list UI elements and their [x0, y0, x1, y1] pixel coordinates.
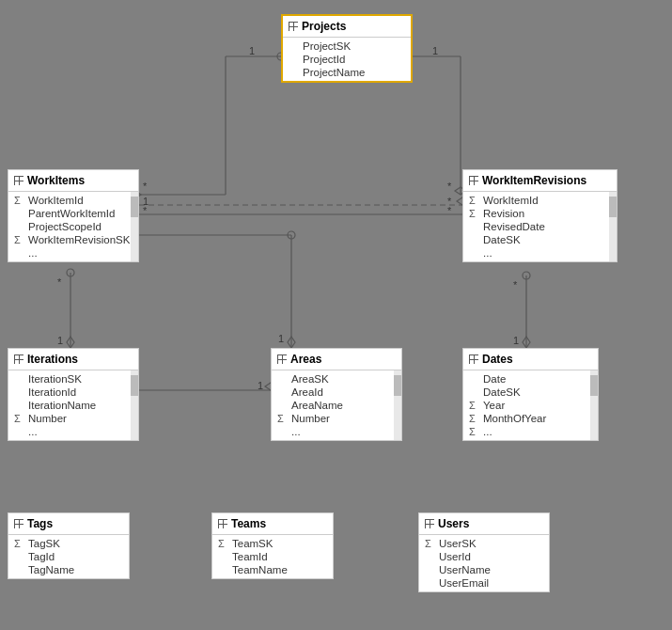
table-projects[interactable]: Projects ProjectSK ProjectId ProjectName: [281, 14, 413, 83]
table-teams-title: Teams: [231, 517, 266, 530]
table-row: TagName: [8, 563, 129, 576]
table-row: ...: [8, 246, 138, 260]
label-star-wi2: *: [143, 205, 147, 216]
scrollbar-thumb: [609, 197, 617, 217]
table-row: ParentWorkItemId: [8, 207, 138, 220]
svg-marker-22: [523, 337, 530, 348]
table-row: IterationId: [8, 386, 138, 399]
table-tags[interactable]: Tags Σ TagSK TagId TagName: [8, 512, 130, 579]
scrollbar[interactable]: [590, 370, 598, 440]
table-projects-header: Projects: [283, 16, 411, 38]
scrollbar[interactable]: [131, 192, 138, 261]
table-row: ...: [8, 425, 138, 438]
table-row: Σ WorkItemRevisionSK: [8, 233, 138, 246]
scrollbar-thumb: [394, 375, 401, 396]
table-row: UserName: [419, 563, 549, 576]
label-1-areas2: 1: [258, 380, 263, 391]
scrollbar[interactable]: [394, 370, 401, 440]
svg-marker-19: [288, 337, 295, 348]
table-areas-title: Areas: [290, 353, 321, 366]
scrollbar[interactable]: [131, 370, 138, 440]
table-areas-body: AreaSK AreaId AreaName Σ Number ...: [272, 370, 401, 440]
table-row: RevisedDate: [463, 220, 617, 233]
table-dates[interactable]: Dates Date DateSK Σ Year Σ MonthOfYear Σ…: [462, 348, 599, 441]
label-1-projects-wir: 1: [432, 45, 438, 56]
scrollbar-thumb: [131, 197, 138, 217]
table-workitems[interactable]: WorkItems Σ WorkItemId ParentWorkItemId …: [8, 169, 139, 262]
table-workitemrevisions-header: WorkItemRevisions: [463, 170, 617, 192]
table-row: ...: [272, 425, 401, 438]
table-row: TeamId: [212, 550, 333, 563]
table-users[interactable]: Users Σ UserSK UserId UserName UserEmail: [418, 512, 550, 592]
table-areas[interactable]: Areas AreaSK AreaId AreaName Σ Number ..…: [271, 348, 402, 441]
label-1-areas: 1: [278, 333, 284, 344]
table-users-header: Users: [419, 513, 549, 535]
table-row: Σ TeamSK: [212, 537, 333, 550]
table-iterations[interactable]: Iterations IterationSK IterationId Itera…: [8, 348, 139, 441]
table-tags-body: Σ TagSK TagId TagName: [8, 535, 129, 578]
table-iterations-header: Iterations: [8, 349, 138, 370]
table-row: AreaName: [272, 399, 401, 412]
table-row: Σ Revision: [463, 207, 617, 220]
table-users-body: Σ UserSK UserId UserName UserEmail: [419, 535, 549, 591]
table-row: Σ TagSK: [8, 537, 129, 550]
table-row: UserEmail: [419, 576, 549, 590]
table-dates-body: Date DateSK Σ Year Σ MonthOfYear Σ ...: [463, 370, 598, 440]
table-row: ProjectId: [283, 53, 411, 66]
scrollbar-thumb: [590, 375, 598, 396]
table-row: ...: [463, 246, 617, 260]
table-row: Σ Number: [272, 412, 401, 425]
table-teams[interactable]: Teams Σ TeamSK TeamId TeamName: [211, 512, 334, 579]
table-workitemrevisions-body: Σ WorkItemId Σ Revision RevisedDate Date…: [463, 192, 617, 261]
table-tags-header: Tags: [8, 513, 129, 535]
scrollbar-thumb: [131, 375, 138, 396]
table-row: AreaSK: [272, 372, 401, 386]
table-row: Date: [463, 372, 598, 386]
table-row: ProjectName: [283, 66, 411, 79]
table-icon: [289, 22, 298, 31]
label-star-dates: *: [513, 279, 517, 291]
table-projects-body: ProjectSK ProjectId ProjectName: [283, 38, 411, 81]
table-workitemrevisions-title: WorkItemRevisions: [482, 174, 586, 187]
table-icon: [14, 519, 23, 528]
table-workitems-title: WorkItems: [27, 174, 85, 187]
table-row: IterationSK: [8, 372, 138, 386]
table-row: Σ Number: [8, 412, 138, 425]
table-row: Σ WorkItemId: [463, 194, 617, 207]
table-teams-header: Teams: [212, 513, 333, 535]
label-1-iter: 1: [57, 335, 63, 346]
svg-point-21: [523, 272, 530, 279]
table-icon: [425, 519, 434, 528]
table-workitemrevisions[interactable]: WorkItemRevisions Σ WorkItemId Σ Revisio…: [462, 169, 617, 262]
scrollbar[interactable]: [609, 192, 617, 261]
svg-point-18: [288, 231, 295, 239]
table-row: Σ UserSK: [419, 537, 549, 550]
table-row: ProjectScopeId: [8, 220, 138, 233]
table-iterations-title: Iterations: [27, 353, 78, 366]
table-row: DateSK: [463, 233, 617, 246]
table-users-title: Users: [438, 517, 469, 530]
svg-marker-15: [67, 337, 74, 348]
table-iterations-body: IterationSK IterationId IterationName Σ …: [8, 370, 138, 440]
table-row: DateSK: [463, 386, 598, 399]
table-dates-title: Dates: [482, 353, 513, 366]
table-row: Σ ...: [463, 425, 598, 438]
label-1-projects-wi: 1: [249, 45, 255, 56]
label-star-wir2: *: [447, 205, 451, 216]
table-areas-header: Areas: [272, 349, 401, 370]
table-projects-title: Projects: [302, 20, 346, 33]
table-workitems-header: WorkItems: [8, 170, 138, 192]
table-row: UserId: [419, 550, 549, 563]
table-row: TeamName: [212, 563, 333, 576]
table-tags-title: Tags: [27, 517, 53, 530]
table-dates-header: Dates: [463, 349, 598, 370]
table-row: Σ MonthOfYear: [463, 412, 598, 425]
table-icon: [218, 519, 227, 528]
label-star-wi-iter: *: [57, 276, 61, 288]
table-icon: [14, 176, 23, 185]
label-star-wir: *: [447, 181, 451, 192]
table-row: Σ WorkItemId: [8, 194, 138, 207]
svg-point-14: [67, 269, 74, 276]
table-teams-body: Σ TeamSK TeamId TeamName: [212, 535, 333, 578]
table-row: TagId: [8, 550, 129, 563]
